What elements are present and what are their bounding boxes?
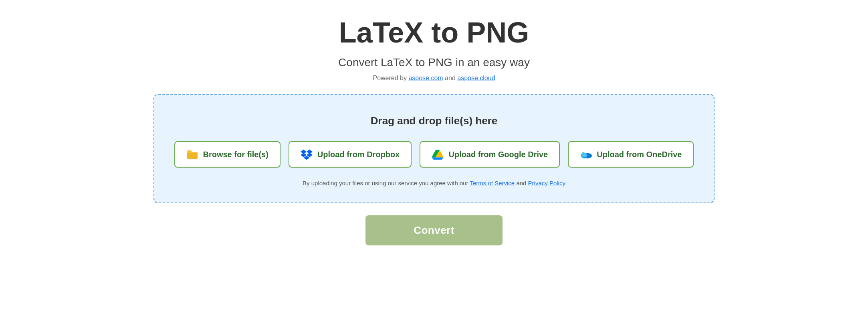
drop-zone: Drag and drop file(s) here Browse for fi… (153, 94, 715, 203)
convert-button[interactable]: Convert (365, 215, 503, 245)
aspose-com-link[interactable]: aspose.com (408, 75, 443, 81)
onedrive-icon (580, 148, 592, 160)
dropbox-button[interactable]: Upload from Dropbox (289, 141, 412, 168)
drop-zone-title: Drag and drop file(s) here (371, 115, 497, 127)
dropbox-button-label: Upload from Dropbox (317, 150, 400, 159)
onedrive-button[interactable]: Upload from OneDrive (568, 141, 694, 168)
powered-by-separator: and (445, 75, 457, 81)
browse-button-label: Browse for file(s) (203, 150, 268, 159)
terms-separator: and (516, 180, 528, 186)
google-drive-button[interactable]: Upload from Google Drive (420, 141, 560, 168)
terms-text: By uploading your files or using our ser… (303, 180, 565, 186)
terms-of-service-link[interactable]: Terms of Service (470, 180, 515, 186)
page-subtitle: Convert LaTeX to PNG in an easy way (338, 56, 530, 69)
google-drive-icon (432, 148, 444, 160)
powered-by-text: Powered by (373, 75, 408, 81)
folder-icon (186, 148, 198, 160)
privacy-policy-link[interactable]: Privacy Policy (528, 180, 565, 186)
browse-button[interactable]: Browse for file(s) (174, 141, 281, 168)
page-title: LaTeX to PNG (339, 16, 529, 49)
onedrive-button-label: Upload from OneDrive (597, 150, 682, 159)
aspose-cloud-link[interactable]: aspose.cloud (457, 75, 495, 81)
upload-buttons-container: Browse for file(s) Upload from Dropbox (174, 141, 694, 168)
dropbox-icon (301, 148, 313, 160)
terms-prefix: By uploading your files or using our ser… (303, 180, 470, 186)
google-drive-button-label: Upload from Google Drive (448, 150, 548, 159)
powered-by: Powered by aspose.com and aspose.cloud (373, 75, 495, 82)
